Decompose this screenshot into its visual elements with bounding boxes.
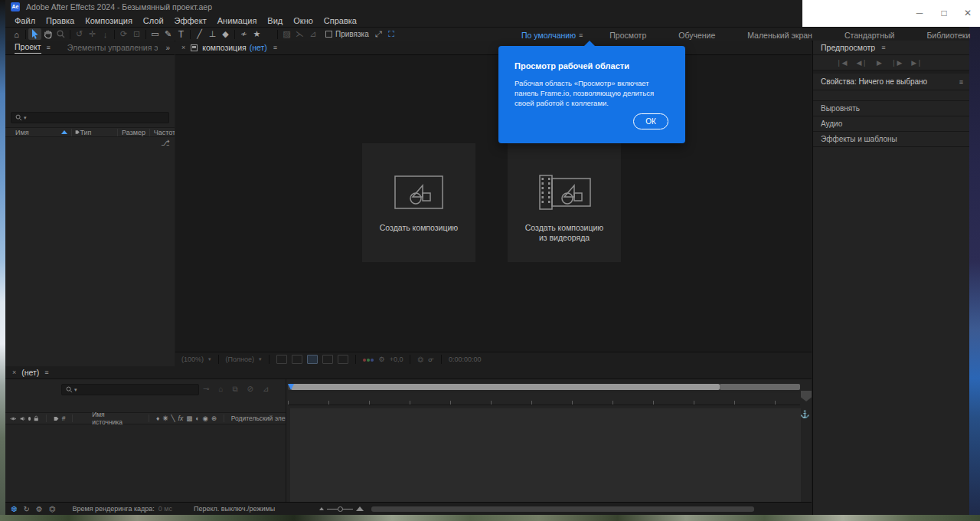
snapping-control[interactable]: Привязка xyxy=(325,30,369,38)
zoom-tool-icon[interactable] xyxy=(54,28,67,40)
project-panel-menu-icon[interactable]: ≡ xyxy=(47,46,51,49)
audio-panel-tab[interactable]: Аудио xyxy=(813,116,969,132)
mask-visibility-icon[interactable] xyxy=(292,355,302,364)
column-name[interactable]: Имя xyxy=(15,129,29,136)
collapse-icon[interactable]: ✳ xyxy=(162,415,168,422)
close-tab-icon[interactable]: × xyxy=(181,44,185,51)
resolution-value[interactable]: (Полное) xyxy=(226,356,255,363)
hand-tool-icon[interactable] xyxy=(41,28,54,40)
audio-speaker-icon[interactable] xyxy=(20,415,25,422)
rotation-tool-icon[interactable]: ⟳ xyxy=(117,28,130,40)
layers-area[interactable] xyxy=(286,408,801,502)
selection-tool-icon[interactable] xyxy=(28,28,41,40)
menu-help[interactable]: Справка xyxy=(324,16,357,25)
motion-blur-switch-icon[interactable]: ◐ xyxy=(195,415,199,422)
channel-icon[interactable] xyxy=(363,356,374,363)
video-eye-icon[interactable] xyxy=(10,415,17,422)
column-size[interactable]: Размер xyxy=(122,129,145,136)
camera-status-icon[interactable]: ⏣ xyxy=(49,505,56,513)
magnification-dropdown-icon[interactable]: ▾ xyxy=(208,356,211,362)
panel-overflow-icon[interactable]: » xyxy=(165,44,170,52)
workspace-tab-small-screen[interactable]: Маленький экран xyxy=(731,31,828,40)
3d-switch-icon[interactable]: ⊕ xyxy=(211,415,217,422)
preview-panel-menu-icon[interactable]: ≡ xyxy=(881,46,885,49)
project-flowchart-icon[interactable]: ⎇ xyxy=(161,139,170,147)
exposure-value[interactable]: +0,0 xyxy=(390,356,403,363)
menu-edit[interactable]: Правка xyxy=(46,16,74,25)
comp-button-icon[interactable]: ⚓ xyxy=(800,410,809,418)
quality-icon[interactable]: ╲ xyxy=(171,415,175,422)
draft-3d-icon[interactable]: ⌂ xyxy=(218,385,223,394)
align-cursor-icon[interactable]: ⤢ xyxy=(372,28,385,40)
motion-blur-icon[interactable]: ⊘ xyxy=(247,385,253,394)
menu-window[interactable]: Окно xyxy=(293,16,313,25)
timeline-close-tab-icon[interactable]: × xyxy=(12,369,16,376)
timeline-tab-none[interactable]: (нет) xyxy=(21,368,39,377)
lock-icon[interactable] xyxy=(34,415,38,422)
menu-composition[interactable]: Композиция xyxy=(85,16,132,25)
zoom-in-icon[interactable] xyxy=(356,506,364,511)
workspace-tab-learn[interactable]: Обучение xyxy=(662,31,731,40)
menu-view[interactable]: Вид xyxy=(267,16,283,25)
timeline-zoom-slider[interactable] xyxy=(319,506,364,511)
menu-layer[interactable]: Слой xyxy=(143,16,164,25)
current-time-value[interactable]: 0:00:00:00 xyxy=(449,356,482,363)
menu-file[interactable]: Файл xyxy=(15,16,35,25)
close-icon[interactable]: ✕ xyxy=(957,3,978,23)
orbit-camera-tool-icon[interactable]: ↺ xyxy=(73,28,86,40)
work-area-bar[interactable] xyxy=(288,384,800,390)
sort-ascending-icon[interactable] xyxy=(61,130,67,134)
column-type[interactable]: Тип xyxy=(80,129,91,136)
new-composition-button[interactable]: Создать композицию xyxy=(362,143,475,262)
composition-tab-label[interactable]: композиция xyxy=(202,43,246,52)
last-frame-icon[interactable]: ▶❘ xyxy=(911,59,922,67)
grid-guides-icon[interactable] xyxy=(276,355,287,364)
magnification-value[interactable]: (100%) xyxy=(181,356,204,363)
show-snapshot-icon[interactable]: ᓂ xyxy=(428,356,434,363)
frame-blending-icon[interactable]: ⧉ xyxy=(232,385,237,394)
comp-marker-bin-icon[interactable] xyxy=(801,391,812,401)
stamp-tool-icon[interactable]: ⊥ xyxy=(206,28,219,40)
layer-number-column[interactable]: # xyxy=(62,415,66,422)
region-of-interest-icon[interactable] xyxy=(322,355,333,364)
workspace-tab-libraries[interactable]: Библиотеки xyxy=(910,31,980,40)
play-icon[interactable]: ▶ xyxy=(877,59,882,67)
tab-effect-controls[interactable]: Элементы управления эффектами xyxy=(67,43,158,52)
brush-tool-icon[interactable]: ╱ xyxy=(193,28,206,40)
column-rate[interactable]: Частота ... xyxy=(154,129,175,136)
anchor-point-tool-icon[interactable]: ⊡ xyxy=(130,28,143,40)
workspace-menu-icon[interactable]: ≡ xyxy=(579,34,593,37)
zoom-knob[interactable] xyxy=(338,506,343,512)
snapping-checkbox[interactable] xyxy=(325,31,332,38)
shy-icon[interactable]: ♦ xyxy=(156,415,159,422)
playhead-marker[interactable] xyxy=(288,384,294,390)
mask-mode-icon[interactable]: ▨ xyxy=(280,28,293,40)
transparency-grid-icon[interactable] xyxy=(307,355,318,364)
maximize-icon[interactable]: □ xyxy=(933,3,955,23)
mask-feather-icon[interactable]: ⊿ xyxy=(306,28,319,40)
type-tool-icon[interactable]: T xyxy=(175,28,188,40)
rectangle-tool-icon[interactable]: ▭ xyxy=(149,28,162,40)
pan-camera-tool-icon[interactable]: ✛ xyxy=(86,28,99,40)
effects-presets-panel-tab[interactable]: Эффекты и шаблоны xyxy=(813,132,969,147)
workspace-tab-review[interactable]: Просмотр xyxy=(593,31,662,40)
tab-project[interactable]: Проект xyxy=(15,42,41,54)
eraser-tool-icon[interactable]: ◆ xyxy=(219,28,232,40)
composition-panel-menu-icon[interactable]: ≡ xyxy=(273,46,277,49)
align-panel-tab[interactable]: Выровнять xyxy=(813,101,969,116)
properties-panel-title[interactable]: Свойства: Ничего не выбрано xyxy=(821,77,927,86)
pixel-aspect-icon[interactable] xyxy=(338,355,348,364)
solo-icon[interactable] xyxy=(28,417,31,421)
puppet-pin-tool-icon[interactable]: ★ xyxy=(250,28,263,40)
workspace-frame-icon[interactable]: ⛶ xyxy=(385,28,398,40)
workspace-tab-default[interactable]: По умолчанию xyxy=(505,31,579,40)
home-tool-icon[interactable]: ⌂ xyxy=(10,28,23,40)
source-name-column[interactable]: Имя источника xyxy=(92,411,124,426)
time-ruler[interactable] xyxy=(288,393,800,405)
first-frame-icon[interactable]: ❘◀ xyxy=(836,59,847,67)
pen-tool-icon[interactable]: ✎ xyxy=(162,28,175,40)
timeline-panel-menu-icon[interactable]: ≡ xyxy=(44,371,48,374)
menu-animation[interactable]: Анимация xyxy=(217,16,257,25)
dolly-camera-tool-icon[interactable]: ↓ xyxy=(99,28,112,40)
draft-quality-icon[interactable]: ⚙ xyxy=(36,505,43,513)
